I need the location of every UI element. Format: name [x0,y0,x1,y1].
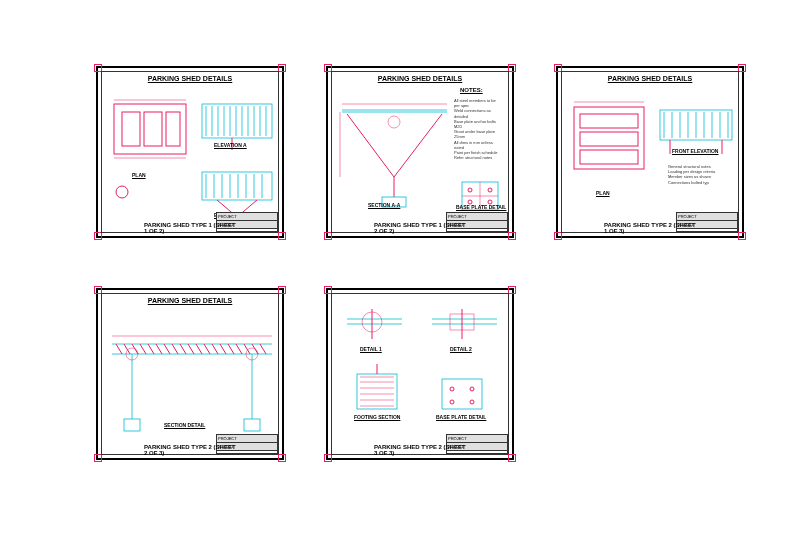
svg-point-107 [470,400,474,404]
svg-line-79 [260,344,266,354]
svg-rect-45 [580,150,638,164]
svg-rect-103 [442,379,482,409]
svg-rect-95 [357,374,397,409]
svg-line-65 [148,344,154,354]
svg-point-37 [488,188,492,192]
svg-point-104 [450,387,454,391]
svg-rect-44 [580,132,638,146]
plan-label: PLAN [596,190,610,196]
notes-list: General structural notesLoading per desi… [668,164,728,185]
svg-point-36 [468,188,472,192]
svg-line-68 [172,344,178,354]
sheet-title: PARKING SHED DETAILS [332,75,508,82]
detail-2-label: DETAIL 2 [450,346,472,352]
svg-rect-3 [166,112,180,146]
svg-point-105 [470,387,474,391]
svg-point-106 [450,400,454,404]
sheet-footer: PARKING SHED TYPE 1 (SHEET 2 OF 2) [374,222,466,234]
sheet-title: PARKING SHED DETAILS [102,75,278,82]
sheet-1: PARKING SHED DETAILS PLAN ELEVATION A EL… [96,66,284,238]
base-label: BASE PLATE DETAIL [456,204,506,210]
plan-label: PLAN [132,172,146,178]
drawing-details [332,294,508,454]
svg-rect-42 [574,107,644,169]
svg-point-6 [116,186,128,198]
footing-label: FOOTING SECTION [354,414,400,420]
section-label: SECTION DETAIL [164,422,205,428]
baseplate-label: BASE PLATE DETAIL [436,414,486,420]
sheet-footer: PARKING SHED TYPE 2 (SHEET 2 OF 3) [144,444,236,456]
sheet-3: PARKING SHED DETAILS PLAN FRONT ELEVATIO… [556,66,744,238]
svg-line-67 [164,344,170,354]
svg-rect-83 [244,419,260,431]
svg-rect-1 [122,112,140,146]
detail-1-label: DETAIL 1 [360,346,382,352]
notes-title: NOTES: [460,87,483,93]
svg-line-74 [220,344,226,354]
svg-line-73 [212,344,218,354]
svg-line-69 [180,344,186,354]
svg-line-64 [140,344,146,354]
svg-point-32 [388,116,400,128]
sheet-title: PARKING SHED DETAILS [562,75,738,82]
svg-line-66 [156,344,162,354]
section-label: SECTION A-A [368,202,400,208]
sheet-footer: PARKING SHED TYPE 2 (SHEET 3 OF 3) [374,444,466,456]
sheet-5: DETAIL 1 DETAIL 2 FOOTING SECTION BASE P… [326,288,514,460]
svg-line-75 [228,344,234,354]
front-label: FRONT ELEVATION [672,148,718,154]
notes-list: All steel members to be per specWeld con… [454,98,502,160]
sheet-title: PARKING SHED DETAILS [102,297,278,304]
svg-line-72 [204,344,210,354]
svg-line-76 [236,344,242,354]
svg-line-61 [116,344,122,354]
sheet-2: PARKING SHED DETAILS NOTES: All steel me… [326,66,514,238]
svg-rect-2 [144,112,162,146]
svg-rect-43 [580,114,638,128]
svg-line-70 [188,344,194,354]
svg-rect-82 [124,419,140,431]
sheet-footer: PARKING SHED TYPE 1 (SHEET 1 OF 2) [144,222,236,234]
sheet-footer: PARKING SHED TYPE 2 (SHEET 1 OF 3) [604,222,696,234]
svg-line-71 [196,344,202,354]
svg-rect-7 [202,104,272,138]
sheet-4: PARKING SHED DETAILS SECTION DETAIL PROJ… [96,288,284,460]
svg-rect-20 [202,172,272,200]
elev-a-label: ELEVATION A [214,142,247,148]
